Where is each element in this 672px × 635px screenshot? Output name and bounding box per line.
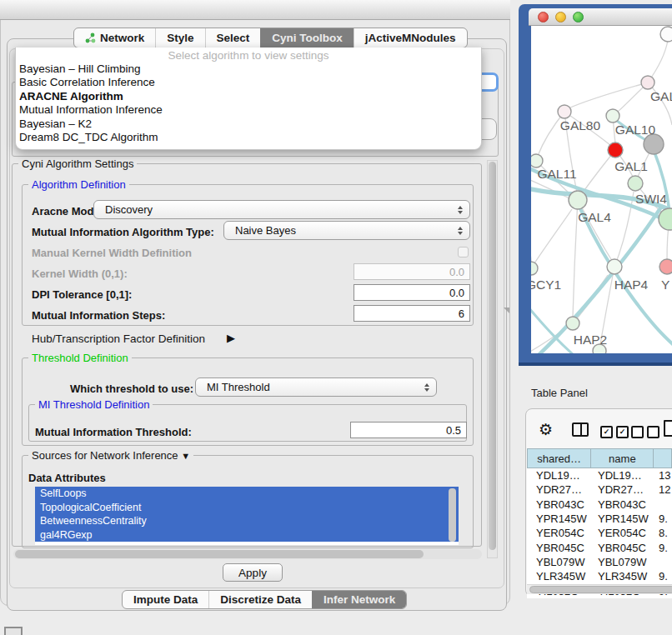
network-node-gcy1[interactable] xyxy=(531,262,538,275)
mi-steps-field[interactable]: 6 xyxy=(354,305,470,322)
table-header-cell[interactable]: name xyxy=(591,448,654,468)
minimize-traffic-light[interactable] xyxy=(555,12,566,22)
tab-jactivemnodules[interactable]: jActiveMNodules xyxy=(354,28,467,48)
network-edge[interactable] xyxy=(573,200,578,317)
attribute-list-item[interactable]: gal4RGexp xyxy=(35,528,459,542)
algorithm-option[interactable]: Basic Correlation Inference xyxy=(16,76,481,89)
tab-style[interactable]: Style xyxy=(155,28,204,48)
table-row[interactable]: YDL19…YDL19…13 xyxy=(527,468,672,482)
table-cell xyxy=(654,555,672,569)
checked-box-icon: ✓ xyxy=(600,426,613,438)
unchecked-box-icon xyxy=(647,426,659,438)
network-edge[interactable] xyxy=(578,200,611,259)
network-node-gal10[interactable] xyxy=(606,109,619,122)
table-cell: YBR043C xyxy=(591,498,654,512)
close-traffic-light[interactable] xyxy=(538,12,549,22)
node-table: shared…name YDL19…YDL19…13YDR27…YDR27…12… xyxy=(527,448,672,598)
dpi-tolerance-label: DPI Tolerance [0,1]: xyxy=(32,288,132,301)
table-cell xyxy=(654,498,672,512)
algorithm-option[interactable]: Mutual Information Inference xyxy=(16,103,481,117)
settings-vertical-scrollbar-thumb[interactable] xyxy=(489,162,496,550)
network-node-gal[interactable] xyxy=(641,76,654,89)
settings-horizontal-scrollbar-thumb[interactable] xyxy=(15,550,424,558)
apply-button[interactable]: Apply xyxy=(223,563,283,582)
algorithm-option[interactable]: Bayesian – Hill Climbing xyxy=(16,62,481,76)
document-icon[interactable] xyxy=(664,420,672,437)
network-node-gal80[interactable] xyxy=(558,105,571,118)
data-attributes-list[interactable]: SelfLoopsTopologicalCoefficientBetweenne… xyxy=(35,487,459,545)
table-row[interactable]: YPR145WYPR145W9. xyxy=(527,512,672,526)
algorithm-option[interactable]: ARACNE Algorithm xyxy=(16,90,481,103)
network-node-hap4[interactable] xyxy=(607,259,622,274)
attributes-list-scrollbar-thumb[interactable] xyxy=(449,488,456,542)
mi-type-combo[interactable]: Naive Bayes xyxy=(223,221,470,240)
tab-select[interactable]: Select xyxy=(205,28,261,48)
mi-threshold-field[interactable]: 0.5 xyxy=(350,422,467,438)
table-cell: YBR045C xyxy=(527,540,591,554)
attribute-list-item[interactable]: BetweennessCentrality xyxy=(35,514,459,528)
table-row[interactable]: YBR045CYBR045C9. xyxy=(527,540,672,554)
gear-icon[interactable]: ⚙ xyxy=(539,420,553,439)
network-node-gal11[interactable] xyxy=(531,154,543,168)
tab-discretize-data[interactable]: Discretize Data xyxy=(208,591,312,608)
table-row[interactable]: YER054CYER054C8. xyxy=(527,526,672,540)
table-row[interactable]: YBL079WYBL079W xyxy=(527,555,672,569)
tab-infer-network[interactable]: Infer Network xyxy=(312,591,406,608)
network-node-gal1[interactable] xyxy=(608,142,623,158)
combo-arrows-icon xyxy=(424,383,429,392)
aracne-mode-value: Discovery xyxy=(105,203,153,216)
table-cell: YBL079W xyxy=(591,555,654,569)
table-cell: YDR27… xyxy=(591,482,654,497)
table-cell: YPR145W xyxy=(591,512,654,526)
network-node-swi4[interactable] xyxy=(628,176,643,191)
select-all-checkboxes-icon[interactable]: ✓ ✓ xyxy=(600,426,629,438)
tab-cyni-toolbox[interactable]: Cyni Toolbox xyxy=(260,28,354,48)
algorithm-definition-title: Algorithm Definition xyxy=(28,178,129,191)
table-header-cell[interactable] xyxy=(654,448,672,468)
table-cell: 9. xyxy=(654,540,672,554)
sources-title-text: Sources for Network Inference xyxy=(32,449,178,462)
network-node-y[interactable] xyxy=(659,259,672,274)
network-edge[interactable] xyxy=(531,209,572,268)
table-row[interactable]: YLR345WYLR345W9. xyxy=(527,569,672,583)
network-window-titlebar[interactable] xyxy=(529,8,672,26)
zoom-traffic-light[interactable] xyxy=(573,12,584,22)
attribute-list-item[interactable]: TopologicalCoefficient xyxy=(35,501,459,515)
table-horizontal-scrollbar-thumb[interactable] xyxy=(529,586,672,593)
node-label-gal10: GAL10 xyxy=(615,122,656,137)
expand-right-icon[interactable]: ▶ xyxy=(227,332,235,344)
network-node-hap2[interactable] xyxy=(566,317,579,330)
node-label-gal11: GAL11 xyxy=(537,167,576,181)
table-row[interactable]: YBR043CYBR043C xyxy=(527,498,672,512)
table-row[interactable]: YDR27…YDR27…12 xyxy=(527,482,672,497)
collapsed-panel-button[interactable] xyxy=(4,627,23,635)
network-edge[interactable] xyxy=(569,82,648,108)
algorithm-option[interactable]: Dream8 DC_TDC Algorithm xyxy=(16,131,481,144)
table-header-cell[interactable]: shared… xyxy=(527,448,591,468)
kernel-width-field: 0.0 xyxy=(354,263,470,280)
network-node[interactable] xyxy=(660,27,672,42)
panel-resize-handle[interactable] xyxy=(504,308,509,313)
tab-network[interactable]: Network xyxy=(74,28,155,48)
network-edge-highlighted[interactable] xyxy=(579,205,672,345)
manual-kernel-checkbox[interactable] xyxy=(458,247,469,258)
network-canvas[interactable]: GALGAL80GAL10GAL1GAL11SWI4GAL4GCY1HAP4YH… xyxy=(531,26,672,353)
algorithm-option[interactable]: Bayesian – K2 xyxy=(16,118,481,131)
tab-impute-data[interactable]: Impute Data xyxy=(123,591,208,608)
node-label-gal1: GAL1 xyxy=(614,159,648,173)
algorithm-dropdown-popup: Select algorithm to view settings Bayesi… xyxy=(15,48,482,150)
split-columns-icon[interactable] xyxy=(572,422,589,437)
mi-type-label: Mutual Information Algorithm Type: xyxy=(32,226,214,238)
control-panel-titlebar[interactable] xyxy=(0,0,510,20)
mi-type-value: Naive Bayes xyxy=(235,224,296,237)
network-node-gal4[interactable] xyxy=(569,191,587,209)
table-cell: YBR043C xyxy=(527,498,591,512)
which-threshold-combo[interactable]: MI Threshold xyxy=(195,378,437,397)
network-node[interactable] xyxy=(644,134,664,154)
attribute-list-item[interactable]: SelfLoops xyxy=(35,487,459,501)
deselect-all-checkboxes-icon[interactable] xyxy=(631,426,659,438)
tab-label: Network xyxy=(100,32,144,44)
dpi-tolerance-field[interactable]: 0.0 xyxy=(354,284,470,301)
collapse-down-icon[interactable]: ▼ xyxy=(181,451,190,461)
aracne-mode-combo[interactable]: Discovery xyxy=(93,200,470,219)
